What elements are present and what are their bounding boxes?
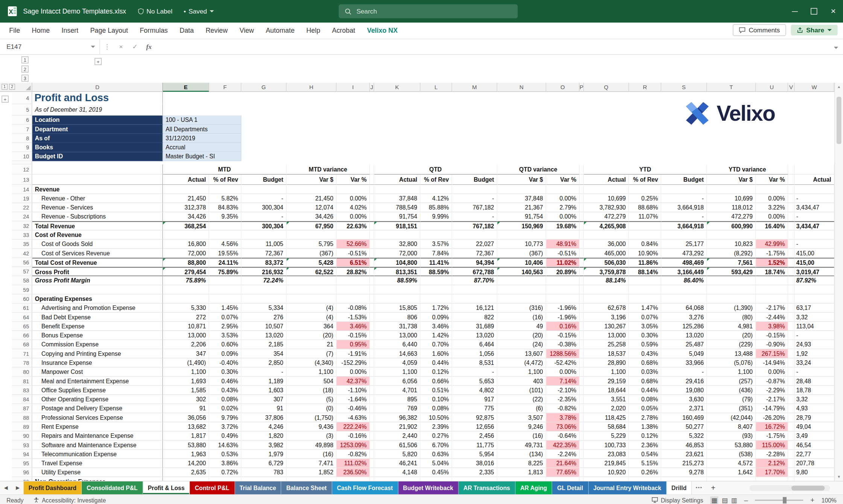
- cell-U81[interactable]: -0.87%: [756, 376, 788, 386]
- cell-E68[interactable]: 2,206: [163, 340, 209, 349]
- row-header-10[interactable]: 10: [12, 152, 32, 161]
- cell-L68[interactable]: 0.70%: [420, 340, 452, 349]
- comments-button[interactable]: Comments: [733, 24, 786, 36]
- cell-M42[interactable]: 72,367: [452, 249, 497, 258]
- cell-L89[interactable]: 2.39%: [420, 422, 452, 431]
- cell-T81[interactable]: (257): [707, 376, 756, 386]
- param-value-department[interactable]: All Departments: [163, 124, 242, 134]
- cell-K66[interactable]: 13,000: [374, 331, 420, 340]
- cell-R81[interactable]: 0.68%: [629, 376, 661, 386]
- cell-Q35[interactable]: 36,000: [584, 240, 629, 249]
- cell-O80[interactable]: 0.00%: [546, 367, 580, 376]
- cell-R96[interactable]: 0.26%: [629, 468, 661, 477]
- cell-K68[interactable]: 6,440: [374, 340, 420, 349]
- close-button[interactable]: ×: [824, 0, 843, 23]
- cell-Q19[interactable]: 10,699: [584, 194, 629, 203]
- cell-R32[interactable]: [629, 222, 661, 231]
- accessibility-status[interactable]: Accessibility: Investigate: [33, 497, 106, 503]
- cell-N19[interactable]: 37,848: [497, 194, 546, 203]
- cell-N59[interactable]: [497, 285, 546, 295]
- cell-H78[interactable]: (4,340): [286, 358, 336, 367]
- cell-W58[interactable]: 87.92%: [794, 276, 834, 285]
- cell-E57[interactable]: 279,454: [163, 267, 209, 276]
- cell-P57[interactable]: [580, 267, 584, 276]
- row-header-84[interactable]: 84: [12, 395, 32, 404]
- expand-formula-bar-icon[interactable]: [829, 43, 843, 50]
- param-value-as-of[interactable]: 31/12/2019: [163, 134, 242, 143]
- cell-P89[interactable]: [580, 422, 584, 431]
- row-label-travel-expense[interactable]: Travel Expense: [32, 459, 163, 468]
- cell-S58[interactable]: 86.40%: [661, 276, 707, 285]
- row-label-manpower-cost[interactable]: Manpower Cost: [32, 367, 163, 376]
- cell-T24[interactable]: 472,279: [707, 212, 756, 221]
- cell-Q80[interactable]: 1,100: [584, 367, 629, 376]
- cell-G35[interactable]: 11,005: [241, 240, 286, 249]
- outline-expand-button[interactable]: +: [2, 96, 9, 103]
- cell-N78[interactable]: (4,472): [497, 358, 546, 367]
- cell-W35[interactable]: -: [794, 240, 834, 249]
- row-label-cost-of-goods-sold[interactable]: Cost of Goods Sold: [32, 240, 163, 249]
- cell-E24[interactable]: 34,426: [163, 212, 209, 221]
- col-header-N[interactable]: N: [497, 83, 546, 92]
- cell-I56[interactable]: 6.51%: [336, 258, 370, 267]
- cell-F33[interactable]: [209, 231, 242, 240]
- cell-J90[interactable]: [370, 431, 374, 440]
- cell-E60[interactable]: [163, 295, 209, 304]
- outline-row-level-3[interactable]: 3: [21, 75, 29, 82]
- search-box[interactable]: Search: [339, 4, 518, 18]
- cell-I65[interactable]: 3.46%: [336, 322, 370, 331]
- row-header-32[interactable]: 32: [12, 222, 32, 231]
- cell-E56[interactable]: 88,800: [163, 258, 209, 267]
- excel-app-icon[interactable]: X: [6, 5, 18, 17]
- cell-R57[interactable]: 88.14%: [629, 267, 661, 276]
- save-status[interactable]: • Saved: [184, 8, 214, 15]
- cell-S89[interactable]: 50,277: [661, 422, 707, 431]
- cell-L94[interactable]: 0.63%: [420, 450, 452, 459]
- cell-H56[interactable]: 5,428: [286, 258, 336, 267]
- col-header-S[interactable]: S: [661, 83, 707, 92]
- cell-F42[interactable]: 19.55%: [209, 249, 242, 258]
- cell-Q87[interactable]: 2,020: [584, 404, 629, 413]
- cell-O22[interactable]: 2.79%: [546, 203, 580, 212]
- cell-K24[interactable]: 91,754: [374, 212, 420, 221]
- cell-Q96[interactable]: 10,920: [584, 468, 629, 477]
- cell-T58[interactable]: [707, 276, 756, 285]
- cell-I71[interactable]: -1.91%: [336, 349, 370, 358]
- row-header-5[interactable]: 5: [12, 104, 32, 115]
- cell-V93[interactable]: [788, 440, 794, 449]
- cell-M58[interactable]: 87.70%: [452, 276, 497, 285]
- cell-R22[interactable]: 88.68%: [629, 203, 661, 212]
- cell-H87[interactable]: (0): [286, 404, 336, 413]
- outline-col-level-1[interactable]: 1: [2, 84, 8, 90]
- col-header-L[interactable]: L: [420, 83, 452, 92]
- cell-U89[interactable]: 16.72%: [756, 422, 788, 431]
- minimize-button[interactable]: [785, 0, 804, 23]
- cell-U58[interactable]: [756, 276, 788, 285]
- cell-F22[interactable]: 84.83%: [209, 203, 242, 212]
- cell-J32[interactable]: [370, 222, 374, 231]
- cell-J80[interactable]: [370, 367, 374, 376]
- maximize-button[interactable]: [804, 0, 823, 23]
- cell-R61[interactable]: 1.47%: [629, 304, 661, 313]
- scroll-down-icon[interactable]: ▼: [835, 475, 843, 479]
- cell-N81[interactable]: 403: [497, 376, 546, 386]
- cell-S33[interactable]: [661, 231, 707, 240]
- cell-G88[interactable]: 37,806: [241, 413, 286, 422]
- sheet-tab-trial-balance[interactable]: Trial Balance: [235, 481, 282, 494]
- sheet-tab-control-p-l[interactable]: Control P&L: [190, 481, 235, 494]
- cell-H61[interactable]: (4): [286, 304, 336, 313]
- cell-M87[interactable]: 775: [452, 404, 497, 413]
- cell-L78[interactable]: 0.44%: [420, 358, 452, 367]
- cell-P33[interactable]: [580, 231, 584, 240]
- cell-M98[interactable]: [452, 477, 497, 481]
- cell-W78[interactable]: 33,24: [794, 358, 834, 367]
- select-all-icon[interactable]: [26, 85, 31, 90]
- cell-H88[interactable]: (1,750): [286, 413, 336, 422]
- cell-K58[interactable]: 88.59%: [374, 276, 420, 285]
- cell-N87[interactable]: (6): [497, 404, 546, 413]
- cell-P14[interactable]: [580, 185, 584, 194]
- row-header-56[interactable]: 56: [12, 258, 32, 267]
- cell-R35[interactable]: 0.84%: [629, 240, 661, 249]
- ribbon-tab-data[interactable]: Data: [174, 23, 200, 39]
- cell-M33[interactable]: [452, 231, 497, 240]
